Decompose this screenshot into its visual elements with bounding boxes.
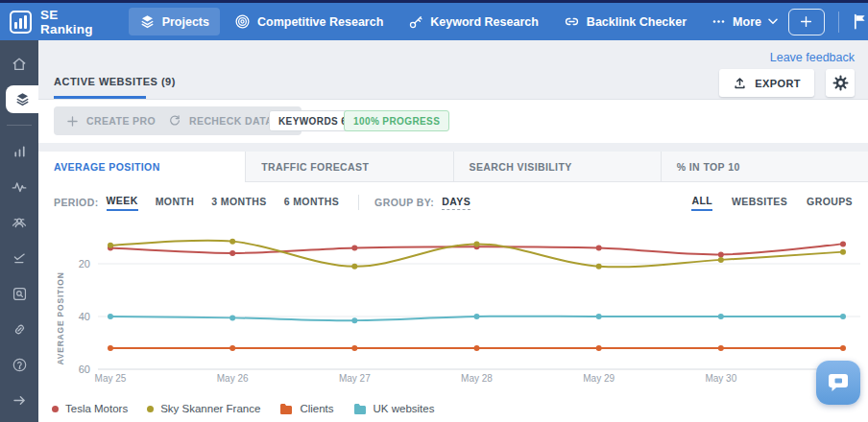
pulse-icon[interactable] [0, 169, 38, 204]
home-icon[interactable] [0, 46, 38, 82]
upload-icon [733, 76, 747, 90]
nav-item-keyword-research[interactable]: Keyword Research [398, 9, 549, 35]
tab-search-visibility[interactable]: SEARCH VISIBILITY [454, 152, 662, 182]
svg-text:May 29: May 29 [583, 373, 615, 384]
add-project-button[interactable] [788, 9, 825, 35]
nav-item-more[interactable]: More [701, 9, 788, 35]
export-label: EXPORT [755, 78, 801, 89]
sidebar-item-projects-active[interactable] [6, 85, 38, 113]
chat-bubble-icon [826, 370, 851, 395]
period-label: PERIOD: [54, 197, 99, 208]
legend-label: UK websites [374, 403, 435, 414]
average-position-chart[interactable]: 204060AVERAGE POSITIONMay 25May 26May 27… [38, 219, 868, 391]
navbar: SE Ranking Projects Competitive Research… [0, 3, 868, 40]
period-week[interactable]: WEEK [107, 195, 138, 211]
group-by-value[interactable]: DAYS [442, 196, 470, 210]
navbar-right: $7033.8477 DA [788, 9, 868, 35]
nav-item-label: Backlink Checker [587, 15, 687, 29]
plus-icon [66, 115, 79, 128]
bar-chart-icon[interactable] [0, 133, 38, 169]
flag-icon[interactable] [853, 13, 867, 30]
export-button[interactable]: EXPORT [719, 69, 814, 97]
nav-item-label: More [733, 15, 761, 29]
chat-widget-button[interactable] [816, 361, 860, 405]
target-icon [234, 13, 251, 30]
svg-text:60: 60 [79, 363, 90, 375]
legend-item[interactable]: Clients [279, 403, 333, 414]
period-3-months[interactable]: 3 MONTHS [211, 196, 266, 210]
svg-text:40: 40 [79, 311, 90, 322]
ellipsis-icon [711, 14, 726, 29]
brand[interactable]: SE Ranking [10, 8, 94, 36]
dot-icon [147, 406, 154, 412]
nav-item-backlink-checker[interactable]: Backlink Checker [553, 8, 697, 35]
scope-switch: ALL WEBSITES GROUPS [672, 195, 853, 211]
tab-traffic-forecast[interactable]: TRAFFIC FORECAST [246, 152, 453, 182]
legend-label: Sky Skanner France [160, 403, 260, 414]
layers-icon [14, 91, 31, 107]
gear-icon [832, 75, 849, 91]
legend-item[interactable]: UK websites [353, 403, 435, 414]
chart-controls: PERIOD: WEEK MONTH 3 MONTHS 6 MONTHS GRO… [38, 188, 868, 217]
chain-icon[interactable] [0, 312, 38, 347]
nav-item-label: Competitive Research [257, 15, 383, 29]
chart-panel: AVERAGE POSITION TRAFFIC FORECAST SEARCH… [38, 152, 868, 422]
sidebar [0, 40, 38, 422]
sidebar-divider [7, 125, 32, 126]
nav-item-competitive-research[interactable]: Competitive Research [224, 8, 394, 35]
legend-item[interactable]: Tesla Motors [52, 403, 128, 414]
period-6-months[interactable]: 6 MONTHS [284, 196, 339, 210]
refresh-icon [168, 114, 181, 128]
nav-item-label: Projects [162, 15, 209, 29]
search-box-icon[interactable] [0, 276, 38, 312]
brand-name: SE Ranking [40, 8, 94, 36]
key-icon [408, 14, 423, 30]
nav-item-label: Keyword Research [430, 15, 539, 29]
svg-text:20: 20 [79, 258, 90, 270]
recheck-data-label: RECHECK DATA [189, 115, 273, 127]
se-ranking-logo-icon [10, 11, 32, 34]
scope-groups[interactable]: GROUPS [807, 196, 853, 210]
controls-divider [358, 195, 359, 210]
scope-all[interactable]: ALL [691, 195, 712, 211]
folder-icon [279, 403, 293, 414]
settings-button[interactable] [826, 69, 855, 97]
legend-label: Tesla Motors [65, 403, 128, 414]
nav-item-projects[interactable]: Projects [129, 8, 220, 35]
svg-text:May 28: May 28 [461, 373, 493, 384]
toolbar-band: CREATE PROJECT RECHECK DATA KEYWORDS 607… [38, 100, 868, 143]
svg-text:May 26: May 26 [217, 373, 249, 384]
folder-icon [353, 403, 367, 414]
chart-legend: Tesla MotorsSky Skanner FranceClientsUK … [52, 403, 434, 414]
leave-feedback-link[interactable]: Leave feedback [770, 51, 855, 64]
people-icon[interactable] [0, 204, 38, 240]
navbar-divider [838, 12, 839, 33]
chevron-down-icon [768, 18, 778, 25]
svg-text:May 25: May 25 [95, 373, 127, 384]
period-month[interactable]: MONTH [156, 196, 195, 210]
scope-websites[interactable]: WEBSITES [732, 196, 787, 210]
tab-percent-in-top10[interactable]: % IN TOP 10 [662, 152, 868, 182]
nav-items: Projects Competitive Research Keyword Re… [129, 8, 788, 35]
legend-label: Clients [300, 403, 333, 414]
layers-icon [139, 13, 156, 30]
arrow-right-icon[interactable] [0, 383, 38, 418]
progress-badge: 100% PROGRESS [344, 110, 449, 131]
legend-item[interactable]: Sky Skanner France [147, 403, 260, 414]
svg-text:AVERAGE POSITION: AVERAGE POSITION [56, 271, 65, 364]
help-icon[interactable] [0, 347, 38, 383]
dot-icon [52, 406, 59, 412]
svg-text:May 27: May 27 [339, 373, 371, 384]
double-check-icon[interactable] [0, 241, 38, 276]
plus-icon [799, 14, 813, 29]
group-by-label: GROUP BY: [374, 197, 434, 208]
svg-text:May 30: May 30 [705, 373, 736, 384]
tab-average-position[interactable]: AVERAGE POSITION [38, 152, 246, 182]
active-websites-tab[interactable]: ACTIVE WEBSITES (9) [54, 76, 176, 87]
link-icon [564, 13, 580, 30]
chart-tabs: AVERAGE POSITION TRAFFIC FORECAST SEARCH… [38, 152, 868, 182]
main-content: Leave feedback ACTIVE WEBSITES (9) EXPOR… [38, 40, 868, 422]
